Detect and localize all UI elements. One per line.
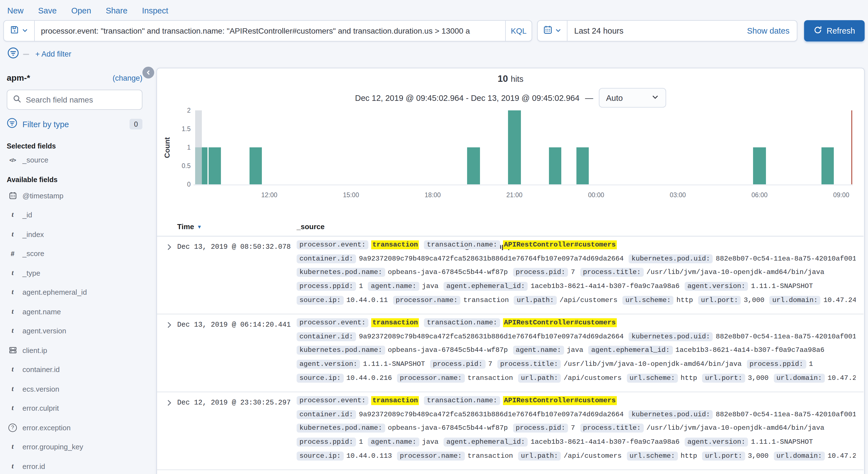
refresh-button[interactable]: Refresh (804, 20, 865, 41)
histogram-bar[interactable] (821, 147, 834, 184)
source-line: process.ppid:1agent.name:javaagent.ephem… (297, 279, 856, 293)
fields-sidebar: apm-* (change) Search field names Filter… (0, 68, 149, 474)
saved-query-icon (10, 25, 19, 36)
field-name-badge: agent.ephemeral_id: (443, 282, 528, 291)
field-value: 7 (488, 360, 492, 368)
field-item-_type[interactable]: t_type (7, 263, 143, 283)
field-value: 10.47.242.108 (824, 296, 856, 304)
topnav-link-save[interactable]: Save (38, 6, 57, 15)
field-value: transaction (463, 296, 509, 304)
field-value-pair: processor.event:transaction (297, 318, 419, 328)
field-item-agent.version[interactable]: tagent.version (7, 321, 143, 341)
field-label: client.ip (23, 346, 47, 355)
show-dates-link[interactable]: Show dates (747, 21, 797, 41)
field-item-_id[interactable]: t_id (7, 205, 143, 225)
field-item-error.id[interactable]: terror.id (7, 456, 143, 474)
histogram-bar[interactable] (508, 110, 521, 184)
source-line: source.ip:10.44.0.216processor.name:tran… (297, 371, 856, 385)
field-item-error.exception[interactable]: ?error.exception (7, 418, 143, 437)
x-tick-label: 03:00 (670, 192, 686, 198)
quick-select-time-button[interactable] (538, 21, 567, 41)
field-value-pair: agent.ephemeral_id:1aceb1b3-8621-4a14-b3… (588, 346, 825, 355)
field-value-pair: process.pid:7 (513, 424, 575, 433)
field-name-badge: url.port: (698, 296, 741, 305)
topnav-link-new[interactable]: New (7, 6, 24, 15)
histogram-bar[interactable] (209, 147, 221, 184)
highlighted-value: APIRestController#customers (503, 318, 617, 328)
kql-query-input[interactable]: processor.event: "transaction" and trans… (35, 21, 505, 41)
row-time-cell: Dec 13, 2019 @ 06:14:20.441 (177, 321, 291, 329)
field-item-_score[interactable]: #_score (7, 244, 143, 263)
topnav-link-open[interactable]: Open (71, 6, 91, 15)
field-name-badge: process.title: (580, 424, 644, 433)
current-time-marker (851, 110, 852, 184)
source-line: container.id:9a92372089c79b489ca472fca52… (297, 330, 856, 343)
field-name-badge: container.id: (297, 255, 356, 263)
field-item-_index[interactable]: t_index (7, 225, 143, 244)
topnav-link-share[interactable]: Share (106, 6, 127, 15)
field-search-input[interactable]: Search field names (7, 90, 143, 110)
time-range-value[interactable]: Last 24 hours (567, 21, 747, 41)
query-language-button[interactable]: KQL (505, 21, 532, 41)
filter-by-type-button[interactable]: Filter by type (23, 120, 69, 129)
filter-divider (23, 54, 29, 55)
field-label: agent.name (23, 308, 61, 316)
histogram-bar[interactable] (249, 147, 262, 184)
filter-icon (7, 118, 18, 131)
calendar-icon (543, 25, 552, 36)
field-label: error.culprit (23, 404, 59, 413)
source-line: kubernetes.pod.name:opbeans-java-67845c5… (297, 343, 856, 357)
filter-icon[interactable] (7, 47, 19, 61)
field-item-ecs.version[interactable]: tecs.version (7, 379, 143, 399)
field-value: 3,000 (744, 296, 765, 304)
x-tick-label: 21:00 (506, 192, 523, 198)
field-value-pair: container.id:9a92372089c79b489ca472fca52… (297, 410, 623, 419)
time-column-header[interactable]: Time ▼ (177, 223, 202, 231)
expand-row-button[interactable] (166, 244, 173, 252)
saved-query-menu-button[interactable] (4, 21, 35, 41)
chevron-down-icon (22, 26, 28, 36)
interval-value: Auto (606, 93, 623, 102)
field-name-badge: url.domain: (770, 296, 820, 305)
field-value: /api/customers (564, 374, 622, 382)
field-item-agent.ephemeral_id[interactable]: tagent.ephemeral_id (7, 283, 143, 302)
number-icon: # (8, 250, 17, 258)
field-name-badge: processor.name: (397, 451, 465, 460)
histogram-bar[interactable] (576, 147, 589, 184)
field-item-@timestamp[interactable]: @timestamp (7, 186, 143, 205)
histogram-bar[interactable] (753, 147, 766, 184)
field-item-error.grouping_key[interactable]: terror.grouping_key (7, 437, 143, 456)
field-value: java (422, 282, 438, 290)
change-index-pattern-link[interactable]: (change) (113, 74, 143, 82)
filter-count-badge: 0 (129, 119, 143, 129)
field-item-error.culprit[interactable]: terror.culprit (7, 399, 143, 418)
topnav-link-inspect[interactable]: Inspect (142, 6, 168, 15)
field-value-pair: url.port:3,000 (702, 373, 769, 382)
field-value-pair: url.domain:10.47.242.108 (770, 296, 856, 305)
field-name-badge: processor.name: (397, 373, 465, 382)
chart-time-range: Dec 12, 2019 @ 09:45:02.964 - Dec 13, 20… (355, 93, 580, 102)
field-item-client.ip[interactable]: client.ip (7, 341, 143, 360)
expand-row-button[interactable] (166, 321, 173, 330)
string-icon: t (8, 462, 17, 471)
string-icon: t (8, 230, 17, 239)
x-tick-label: 00:00 (588, 192, 604, 198)
field-item-container.id[interactable]: tcontainer.id (7, 360, 143, 379)
expand-row-button[interactable] (166, 400, 173, 408)
field-value: 1 (809, 360, 813, 368)
string-icon: t (8, 404, 17, 413)
field-name-badge: url.domain: (774, 373, 825, 382)
range-separator: — (585, 93, 593, 102)
add-filter-button[interactable]: + Add filter (35, 50, 71, 58)
field-item-_source[interactable]: </>_source (7, 156, 143, 164)
field-value-pair: agent.name:java (368, 282, 438, 291)
histogram-bar[interactable] (467, 147, 480, 184)
interval-select[interactable]: Auto (599, 88, 666, 108)
source-line: source.ip:10.44.0.113processor.name:tran… (297, 449, 856, 463)
field-value-pair: agent.version:1.11.1-SNAPSHOT (685, 438, 813, 446)
collapse-sidebar-button[interactable] (143, 67, 154, 78)
string-icon: t (8, 327, 17, 335)
histogram-bar[interactable] (549, 147, 562, 184)
field-value-pair: process.ppid:1 (747, 360, 813, 369)
field-item-agent.name[interactable]: tagent.name (7, 302, 143, 321)
